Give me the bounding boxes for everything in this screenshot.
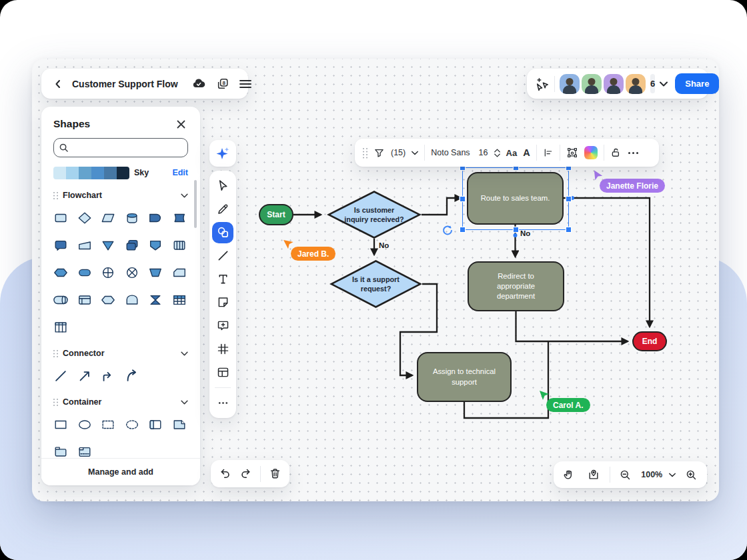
chevron-down-icon[interactable]	[181, 400, 188, 405]
node-assign-support[interactable]: Assign to technical support	[417, 352, 512, 402]
more-tools-button[interactable]	[212, 393, 233, 414]
palette-swatch[interactable]	[104, 167, 117, 179]
zoom-in-icon[interactable]	[682, 469, 700, 481]
shape-search[interactable]	[53, 138, 188, 157]
panel-scrollbar[interactable]	[194, 180, 197, 228]
node-route-sales[interactable]: Route to sales team.	[467, 172, 564, 225]
rectangle-shape-icon[interactable]	[53, 417, 68, 432]
palette-swatch[interactable]	[79, 167, 91, 179]
zoom-level[interactable]: 100%	[641, 470, 662, 479]
selection-handle[interactable]	[460, 197, 465, 201]
collaborator-count[interactable]: 6	[650, 74, 655, 93]
selection-handle[interactable]	[566, 227, 571, 232]
data-shape-icon[interactable]	[101, 211, 115, 225]
pages-icon[interactable]: 8	[215, 77, 230, 91]
minimap-icon[interactable]	[585, 468, 603, 481]
section-container[interactable]: Container	[53, 395, 188, 409]
split-panel-shape-icon[interactable]	[148, 417, 163, 432]
palette-swatch[interactable]	[66, 167, 79, 179]
line-tool[interactable]	[212, 245, 233, 267]
dashed-ellipse-shape-icon[interactable]	[125, 417, 139, 432]
merge-shape-icon[interactable]	[101, 238, 115, 253]
palette-swatch[interactable]	[91, 167, 104, 179]
avatar-user-2[interactable]	[582, 74, 602, 94]
menu-icon[interactable]	[239, 77, 251, 91]
layout-tool[interactable]	[212, 362, 233, 383]
decision-shape-icon[interactable]	[77, 211, 92, 225]
frame-tool[interactable]	[212, 339, 233, 360]
terminator-shape-icon[interactable]	[77, 265, 92, 280]
manage-and-add-button[interactable]: Manage and add	[41, 458, 200, 485]
palette-edit-link[interactable]: Edit	[172, 168, 188, 177]
corner-fold-shape-icon[interactable]	[172, 417, 187, 432]
elbow-arrow-shape-icon[interactable]	[101, 369, 115, 383]
back-button[interactable]	[53, 77, 63, 91]
transform-icon[interactable]	[566, 147, 578, 159]
chevron-down-icon[interactable]	[660, 77, 668, 91]
drag-handle-icon[interactable]	[53, 399, 58, 406]
comment-tool[interactable]	[212, 315, 233, 337]
shapes-tool[interactable]	[212, 222, 233, 243]
database-shape-icon[interactable]	[125, 211, 139, 225]
redo-icon[interactable]	[239, 467, 252, 480]
delay-shape-icon[interactable]	[148, 211, 163, 225]
color-picker-swatch[interactable]	[584, 146, 598, 159]
multi-document-shape-icon[interactable]	[125, 238, 139, 253]
manual-input-shape-icon[interactable]	[77, 238, 92, 253]
drag-handle-icon[interactable]	[53, 350, 58, 357]
palette-swatch[interactable]	[117, 167, 129, 179]
direct-access-shape-icon[interactable]	[53, 293, 68, 307]
trash-icon[interactable]	[269, 467, 281, 480]
chevron-down-icon[interactable]	[181, 351, 188, 356]
chevron-down-icon[interactable]	[669, 473, 676, 477]
node-start[interactable]: Start	[259, 204, 293, 225]
collate-shape-icon[interactable]	[148, 293, 163, 307]
table-shape-icon[interactable]	[172, 293, 187, 307]
unlock-icon[interactable]	[610, 147, 622, 159]
selection-handle[interactable]	[514, 227, 518, 232]
toolbar-drag-handle-icon[interactable]	[363, 148, 367, 158]
card-shape-icon[interactable]	[172, 265, 187, 280]
summing-junction-shape-icon[interactable]	[125, 265, 139, 280]
chevron-down-icon[interactable]	[181, 193, 188, 198]
share-button[interactable]: Share	[675, 73, 719, 94]
ellipse-shape-icon[interactable]	[77, 417, 92, 432]
preparation-shape-icon[interactable]	[53, 265, 68, 280]
add-collaborator-icon[interactable]	[535, 77, 550, 91]
section-flowchart[interactable]: Flowchart	[53, 188, 188, 203]
selection-handle[interactable]	[460, 227, 465, 232]
color-palette[interactable]	[53, 167, 129, 179]
avatar-user-1[interactable]	[560, 74, 580, 94]
sticky-note-tool[interactable]	[212, 292, 233, 313]
process-shape-icon[interactable]	[53, 211, 68, 225]
line-shape-icon[interactable]	[53, 369, 68, 383]
off-page-shape-icon[interactable]	[148, 238, 163, 253]
dashed-rectangle-shape-icon[interactable]	[101, 417, 115, 432]
preparation-alt-shape-icon[interactable]	[101, 293, 115, 307]
undo-icon[interactable]	[219, 467, 231, 480]
or-junction-shape-icon[interactable]	[101, 265, 115, 280]
node-redirect-department[interactable]: Redirect to appropriate department	[468, 261, 564, 311]
column-table-shape-icon[interactable]	[53, 320, 68, 335]
font-size-stepper[interactable]	[494, 149, 500, 157]
tab-panel-shape-icon[interactable]	[53, 445, 68, 459]
node-inquiry-decision[interactable]: Is customer inquiry received?	[327, 191, 422, 239]
chevron-down-icon[interactable]	[412, 151, 418, 155]
font-family-select[interactable]: Noto Sans	[431, 148, 470, 157]
shape-search-input[interactable]	[72, 143, 182, 153]
manual-operation-shape-icon[interactable]	[148, 265, 163, 280]
palette-swatch[interactable]	[53, 167, 66, 179]
pencil-tool[interactable]	[212, 199, 233, 220]
section-connector[interactable]: Connector	[53, 346, 188, 361]
arrow-shape-icon[interactable]	[77, 369, 92, 383]
rotate-handle-icon[interactable]	[442, 224, 454, 236]
predefined-process-shape-icon[interactable]	[77, 293, 92, 307]
node-support-decision[interactable]: Is it a support request?	[329, 260, 422, 308]
ai-assistant-button[interactable]	[209, 140, 236, 167]
text-case-button[interactable]: Aa	[506, 148, 518, 158]
selection-handle[interactable]	[566, 197, 571, 201]
manual-loop-shape-icon[interactable]	[53, 238, 68, 253]
dashed-panel-shape-icon[interactable]	[77, 445, 92, 459]
font-size-value[interactable]: 16	[479, 148, 488, 157]
display-shape-icon[interactable]	[172, 211, 187, 225]
